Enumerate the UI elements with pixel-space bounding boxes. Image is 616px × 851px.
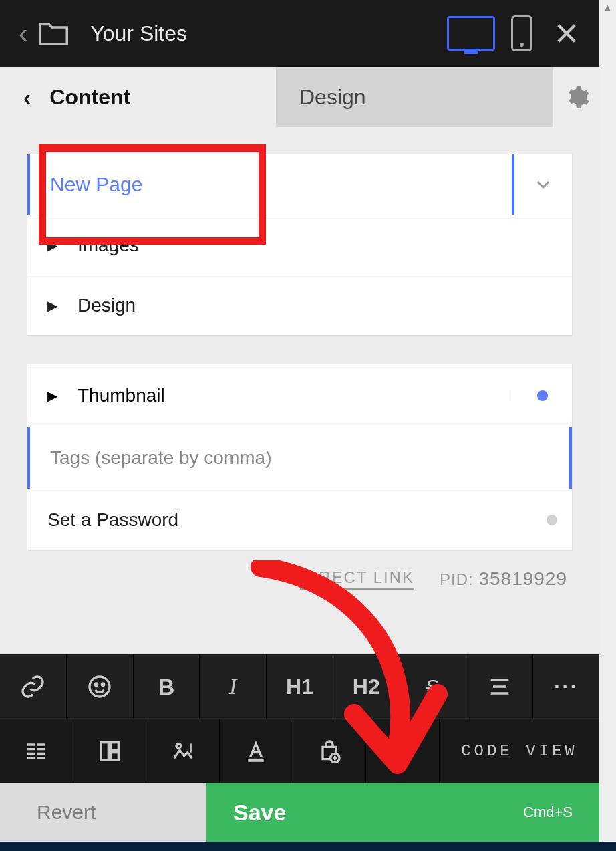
section-design-label: Design <box>78 295 136 316</box>
bold-button[interactable]: B <box>134 654 200 719</box>
triangle-right-icon: ▶ <box>47 297 57 314</box>
save-button[interactable]: Save Cmd+S <box>206 783 599 842</box>
align-button[interactable] <box>466 654 533 719</box>
chevron-down-icon <box>532 174 554 195</box>
svg-point-6 <box>176 743 181 748</box>
tab-design[interactable]: Design <box>276 67 553 127</box>
svg-point-2 <box>102 683 104 685</box>
tab-content[interactable]: ‹ Content <box>0 67 276 127</box>
breadcrumb-title: Your Sites <box>90 21 447 46</box>
tab-design-label: Design <box>299 85 366 110</box>
settings-button[interactable] <box>553 67 599 127</box>
page-expand-toggle[interactable] <box>512 154 572 215</box>
align-icon <box>486 673 513 700</box>
revert-button[interactable]: Revert <box>0 783 206 842</box>
svg-point-1 <box>96 683 98 685</box>
direct-link[interactable]: DIRECT LINK <box>300 568 414 590</box>
more-button[interactable]: ··· <box>533 654 599 719</box>
svg-rect-4 <box>111 742 119 750</box>
h2-button[interactable]: H2 <box>333 654 400 719</box>
emoji-icon <box>86 673 113 700</box>
image-text-button[interactable] <box>146 719 220 783</box>
triangle-right-icon: ▶ <box>47 237 57 253</box>
bag-plus-icon <box>316 738 343 765</box>
thumbnail-row[interactable]: ▶ Thumbnail <box>27 364 572 427</box>
tags-row <box>27 427 572 489</box>
desktop-view-icon[interactable] <box>447 16 495 51</box>
columns-icon <box>23 738 49 765</box>
chevron-left-icon: ‹ <box>23 84 31 110</box>
emoji-button[interactable] <box>67 654 134 719</box>
toolbar-row-2: ABC CODE VIEW <box>0 719 599 783</box>
tabs: ‹ Content Design <box>0 67 599 127</box>
editor-panel: ‹ Your Sites ‹ Content Design <box>0 0 599 842</box>
status-dot-icon <box>547 515 557 525</box>
taskbar-strip <box>0 842 616 851</box>
meta-links: DIRECT LINK PID: 35819929 <box>27 568 573 590</box>
status-dot-icon <box>537 390 548 401</box>
tags-input[interactable] <box>50 447 569 469</box>
layout-button[interactable] <box>73 719 147 783</box>
image-cursor-icon <box>170 738 196 765</box>
gear-icon <box>563 84 590 110</box>
page-title-row <box>27 154 572 215</box>
section-design[interactable]: ▶ Design <box>27 275 572 335</box>
page-title-input[interactable] <box>50 173 512 196</box>
text-color-icon <box>243 738 269 765</box>
scroll-up-icon[interactable]: ▲ <box>599 0 616 15</box>
columns-button[interactable] <box>0 719 73 783</box>
svg-rect-5 <box>111 752 119 760</box>
section-images[interactable]: ▶ Images <box>27 215 572 275</box>
back-chevron-icon[interactable]: ‹ <box>19 19 27 49</box>
svg-point-0 <box>90 677 110 697</box>
save-label: Save <box>233 800 286 826</box>
close-icon[interactable] <box>553 19 581 47</box>
link-button[interactable] <box>0 654 67 719</box>
triangle-right-icon: ▶ <box>47 388 57 404</box>
strike-button[interactable]: S <box>400 654 467 719</box>
page-title-field-wrap <box>27 154 512 215</box>
revert-label: Revert <box>37 801 96 824</box>
tab-content-label: Content <box>49 85 130 110</box>
password-label: Set a Password <box>47 509 178 531</box>
thumbnail-status <box>512 390 572 401</box>
content-body: ▶ Images ▶ Design ▶ Thumbnail Set a Pass… <box>0 127 599 616</box>
scrollbar[interactable]: ▲ <box>599 0 616 842</box>
text-color-button[interactable] <box>220 719 293 783</box>
svg-text:ABC: ABC <box>395 743 410 751</box>
pid-label: PID: 35819929 <box>440 568 567 590</box>
format-toolbars: B I H1 H2 S ··· <box>0 654 599 783</box>
abc-slug-icon: ABC <box>390 738 416 765</box>
italic-button[interactable]: I <box>200 654 267 719</box>
layout-icon <box>96 738 123 765</box>
device-switcher <box>447 15 532 51</box>
page-panel: ▶ Images ▶ Design <box>27 154 573 336</box>
action-bar: Revert Save Cmd+S <box>0 783 599 842</box>
thumbnail-label: Thumbnail <box>78 385 165 406</box>
meta-panel: ▶ Thumbnail Set a Password <box>27 364 573 551</box>
slug-button[interactable]: ABC <box>366 719 440 783</box>
toolbar-row-1: B I H1 H2 S ··· <box>0 654 599 719</box>
insert-button[interactable] <box>293 719 367 783</box>
save-shortcut: Cmd+S <box>523 804 573 821</box>
svg-rect-3 <box>101 742 109 760</box>
topbar: ‹ Your Sites <box>0 0 599 67</box>
mobile-view-icon[interactable] <box>511 15 532 51</box>
link-icon <box>19 673 46 700</box>
h1-button[interactable]: H1 <box>267 654 333 719</box>
section-images-label: Images <box>78 235 139 256</box>
password-row[interactable]: Set a Password <box>27 489 572 550</box>
code-view-button[interactable]: CODE VIEW <box>440 719 599 783</box>
folder-icon[interactable] <box>35 15 71 51</box>
